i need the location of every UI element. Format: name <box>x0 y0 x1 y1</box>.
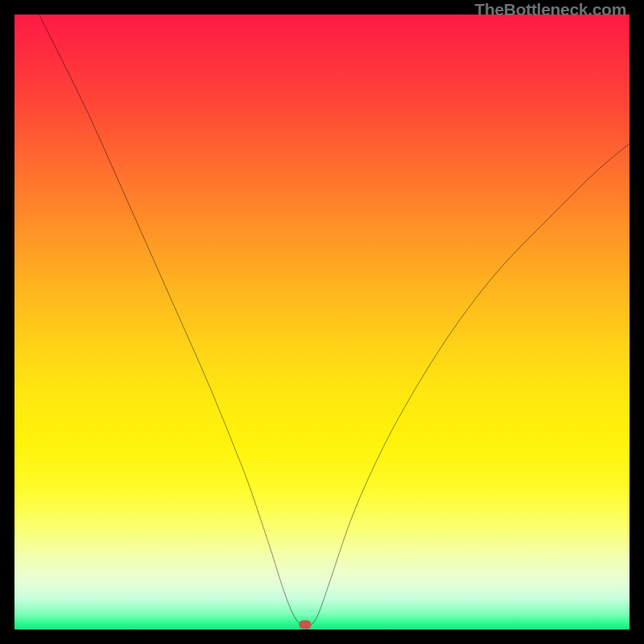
curve-svg <box>14 14 630 630</box>
plot-area <box>14 14 630 630</box>
optimal-point-marker <box>299 620 312 629</box>
bottleneck-curve <box>39 14 630 626</box>
watermark-text: TheBottleneck.com <box>474 0 626 19</box>
chart-container: TheBottleneck.com <box>0 0 644 644</box>
